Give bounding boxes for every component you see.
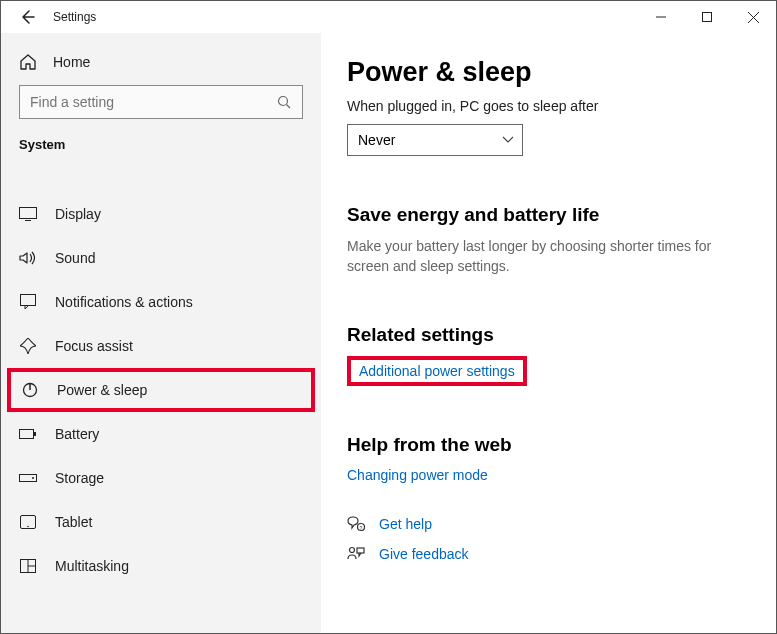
sidebar-item-display[interactable]: Display [1,192,321,236]
sidebar-home[interactable]: Home [19,53,303,71]
svg-rect-6 [20,208,37,219]
back-icon[interactable] [19,9,35,25]
svg-point-22 [350,548,355,553]
sidebar-item-label: Tablet [55,514,92,530]
sidebar-item-label: Display [55,206,101,222]
svg-point-4 [279,96,288,105]
sidebar-item-label: Notifications & actions [55,294,193,310]
multitasking-icon [19,559,37,573]
svg-rect-8 [21,295,36,306]
minimize-button[interactable] [638,1,684,33]
give-feedback-row[interactable]: Give feedback [347,546,776,562]
sidebar-item-label: Storage [55,470,104,486]
get-help-link[interactable]: Get help [379,516,432,532]
svg-rect-11 [20,430,34,439]
close-button[interactable] [730,1,776,33]
sidebar: Home System Display Sound [1,33,321,633]
sidebar-item-label: Multitasking [55,558,129,574]
feedback-icon [347,546,365,562]
sidebar-item-storage[interactable]: Storage [1,456,321,500]
get-help-row[interactable]: ? Get help [347,516,776,532]
svg-text:?: ? [360,525,363,531]
svg-point-14 [32,477,34,479]
sound-icon [19,250,37,266]
sidebar-heading: System [19,137,303,152]
energy-heading: Save energy and battery life [347,204,776,226]
chevron-down-icon [502,136,514,144]
additional-power-settings-link[interactable]: Additional power settings [359,363,515,379]
give-feedback-link[interactable]: Give feedback [379,546,469,562]
display-icon [19,207,37,221]
search-icon [277,95,292,110]
sleep-label: When plugged in, PC goes to sleep after [347,98,776,114]
svg-rect-23 [357,548,364,553]
sidebar-home-label: Home [53,54,90,70]
focus-assist-icon [19,338,37,354]
sidebar-item-battery[interactable]: Battery [1,412,321,456]
svg-point-16 [27,526,29,528]
search-input-container[interactable] [19,85,303,119]
window-title: Settings [53,10,96,24]
tablet-icon [19,515,37,529]
sidebar-item-multitasking[interactable]: Multitasking [1,544,321,588]
svg-rect-12 [34,432,36,436]
battery-icon [19,428,37,440]
sidebar-item-power-sleep[interactable]: Power & sleep [7,368,315,412]
energy-description: Make your battery last longer by choosin… [347,236,727,276]
sidebar-item-sound[interactable]: Sound [1,236,321,280]
content-pane: Power & sleep When plugged in, PC goes t… [321,33,776,633]
maximize-button[interactable] [684,1,730,33]
svg-line-5 [287,104,291,108]
sidebar-item-label: Sound [55,250,95,266]
page-title: Power & sleep [347,57,776,88]
sidebar-item-notifications[interactable]: Notifications & actions [1,280,321,324]
sidebar-item-label: Battery [55,426,99,442]
notifications-icon [19,294,37,310]
power-icon [21,382,39,398]
sidebar-item-label: Power & sleep [57,382,147,398]
get-help-icon: ? [347,516,365,532]
sidebar-item-focus-assist[interactable]: Focus assist [1,324,321,368]
help-heading: Help from the web [347,434,776,456]
sidebar-item-label: Focus assist [55,338,133,354]
changing-power-mode-link[interactable]: Changing power mode [347,467,488,483]
titlebar: Settings [1,1,776,33]
sidebar-item-tablet[interactable]: Tablet [1,500,321,544]
sleep-dropdown[interactable]: Never [347,124,523,156]
home-icon [19,53,37,71]
sleep-dropdown-value: Never [358,132,395,148]
storage-icon [19,472,37,484]
svg-rect-1 [703,13,712,22]
additional-power-settings-highlight: Additional power settings [347,356,527,386]
search-input[interactable] [30,94,277,110]
related-heading: Related settings [347,324,776,346]
